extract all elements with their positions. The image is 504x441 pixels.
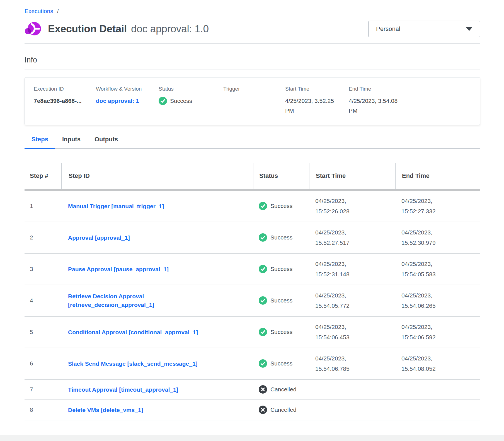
tab-inputs[interactable]: Inputs: [55, 136, 88, 149]
step-number: 3: [25, 266, 61, 272]
column-header-step-id: Step ID: [61, 163, 253, 189]
step-end-time: 04/25/2023, 15:54:06.592: [401, 322, 457, 342]
step-start-time: 04/25/2023, 15:54:06.453: [315, 322, 371, 342]
step-number: 8: [25, 406, 61, 413]
breadcrumb-executions-link[interactable]: Executions: [25, 8, 53, 14]
step-status: Success: [270, 360, 292, 367]
info-field-workflow-version: Workflow & Version doc approval: 1: [96, 86, 159, 115]
scope-selector-dropdown[interactable]: Personal: [368, 21, 480, 37]
info-label: Status: [159, 86, 223, 92]
column-header-start-time: Start Time: [309, 163, 395, 189]
success-status-icon: [159, 97, 167, 105]
column-header-step-num: Step #: [25, 163, 61, 189]
step-start-time: 04/25/2023, 15:52:31.148: [315, 259, 371, 279]
cancelled-status-icon: [259, 406, 267, 414]
info-label: End Time: [349, 86, 418, 92]
step-id-link[interactable]: Manual Trigger [manual_trigger_1]: [68, 202, 164, 210]
status-value: Success: [170, 96, 192, 106]
execution-id-value: 7e8ac396-a868-...: [34, 96, 96, 106]
step-id-link[interactable]: Slack Send Message [slack_send_message_1…: [68, 359, 198, 368]
page-title: Execution Detail: [48, 23, 127, 35]
table-row: 8 Delete VMs [delete_vms_1] Cancelled: [25, 400, 480, 420]
breadcrumb: Executions /: [25, 8, 480, 14]
info-field-end-time: End Time 4/25/2023, 3:54:08 PM: [349, 86, 418, 115]
info-field-start-time: Start Time 4/25/2023, 3:52:25 PM: [285, 86, 349, 115]
table-row: 6 Slack Send Message [slack_send_message…: [25, 348, 480, 380]
step-id-link[interactable]: Delete VMs [delete_vms_1]: [68, 406, 143, 414]
tab-outputs[interactable]: Outputs: [88, 136, 125, 149]
page-subtitle-workflow-version: doc approval: 1.0: [131, 23, 209, 35]
step-id-link[interactable]: Conditional Approval [conditional_approv…: [68, 328, 198, 336]
execution-detail-page: Executions / Execution Detail doc approv…: [25, 0, 480, 420]
success-status-icon: [259, 359, 267, 368]
cancelled-status-icon: [259, 385, 267, 394]
workflow-brand-icon: [25, 21, 41, 37]
step-end-time: 04/25/2023, 15:52:30.979: [401, 227, 457, 248]
step-status: Success: [270, 329, 292, 335]
info-field-trigger: Trigger: [223, 86, 285, 115]
page-bottom-band: [0, 435, 504, 441]
step-number: 6: [25, 360, 61, 367]
step-id-link[interactable]: Retrieve Decision Approval [retrieve_dec…: [68, 292, 219, 309]
workflow-version-link[interactable]: doc approval: 1: [96, 98, 139, 104]
step-status: Success: [270, 234, 292, 241]
info-label: Start Time: [285, 86, 349, 92]
end-time-value: 4/25/2023, 3:54:08 PM: [349, 96, 404, 115]
step-id-link[interactable]: Timeout Approval [timeout_approval_1]: [68, 385, 178, 394]
step-start-time: 04/25/2023, 15:54:06.785: [315, 353, 371, 374]
column-header-status: Status: [253, 163, 309, 189]
detail-tabs: Steps Inputs Outputs: [25, 136, 480, 149]
step-number: 7: [25, 386, 61, 393]
table-row: 4 Retrieve Decision Approval [retrieve_d…: [25, 285, 480, 317]
success-status-icon: [259, 202, 267, 210]
step-number: 2: [25, 234, 61, 241]
step-end-time: 04/25/2023, 15:54:06.265: [401, 290, 457, 311]
info-label: Trigger: [223, 86, 285, 92]
step-start-time: 04/25/2023, 15:54:05.772: [315, 290, 371, 311]
info-heading-divider: [25, 69, 480, 69]
execution-info-card: Execution ID 7e8ac396-a868-... Workflow …: [25, 77, 480, 125]
step-status: Success: [270, 266, 292, 272]
step-number: 1: [25, 203, 61, 209]
steps-table: Step # Step ID Status Start Time End Tim…: [25, 163, 480, 420]
header-divider: [25, 43, 480, 44]
info-field-status: Status Success: [159, 86, 223, 115]
column-header-end-time: End Time: [395, 163, 480, 189]
table-row: 1 Manual Trigger [manual_trigger_1] Succ…: [25, 191, 480, 222]
success-status-icon: [259, 265, 267, 273]
table-row: 2 Approval [approval_1] Success 04/25/20…: [25, 222, 480, 254]
info-section-heading: Info: [25, 56, 480, 64]
step-id-link[interactable]: Approval [approval_1]: [68, 233, 130, 242]
info-label: Workflow & Version: [96, 86, 159, 92]
step-start-time: 04/25/2023, 15:52:26.028: [315, 196, 371, 216]
step-status: Success: [270, 297, 292, 304]
info-field-execution-id: Execution ID 7e8ac396-a868-...: [34, 86, 96, 115]
step-number: 4: [25, 297, 61, 304]
info-label: Execution ID: [34, 86, 96, 92]
tab-steps[interactable]: Steps: [25, 136, 55, 149]
table-row: 5 Conditional Approval [conditional_appr…: [25, 317, 480, 348]
breadcrumb-separator: /: [57, 8, 59, 14]
scope-selector-value: Personal: [376, 25, 400, 33]
step-number: 5: [25, 329, 61, 335]
step-end-time: 04/25/2023, 15:54:08.052: [401, 353, 457, 374]
page-header: Execution Detail doc approval: 1.0 Perso…: [25, 21, 480, 37]
start-time-value: 4/25/2023, 3:52:25 PM: [285, 96, 340, 115]
step-status: Cancelled: [270, 406, 296, 413]
step-start-time: 04/25/2023, 15:52:27.517: [315, 227, 371, 248]
success-status-icon: [259, 296, 267, 305]
table-row: 3 Pause Approval [pause_approval_1] Succ…: [25, 254, 480, 285]
step-id-link[interactable]: Pause Approval [pause_approval_1]: [68, 265, 169, 273]
step-end-time: 04/25/2023, 15:52:27.332: [401, 196, 457, 216]
success-status-icon: [259, 328, 267, 336]
steps-table-header: Step # Step ID Status Start Time End Tim…: [25, 163, 480, 191]
step-end-time: 04/25/2023, 15:54:05.583: [401, 259, 457, 279]
chevron-down-icon: [466, 27, 472, 31]
step-status: Success: [270, 203, 292, 209]
success-status-icon: [259, 233, 267, 242]
table-row: 7 Timeout Approval [timeout_approval_1] …: [25, 380, 480, 400]
step-status: Cancelled: [270, 386, 296, 393]
